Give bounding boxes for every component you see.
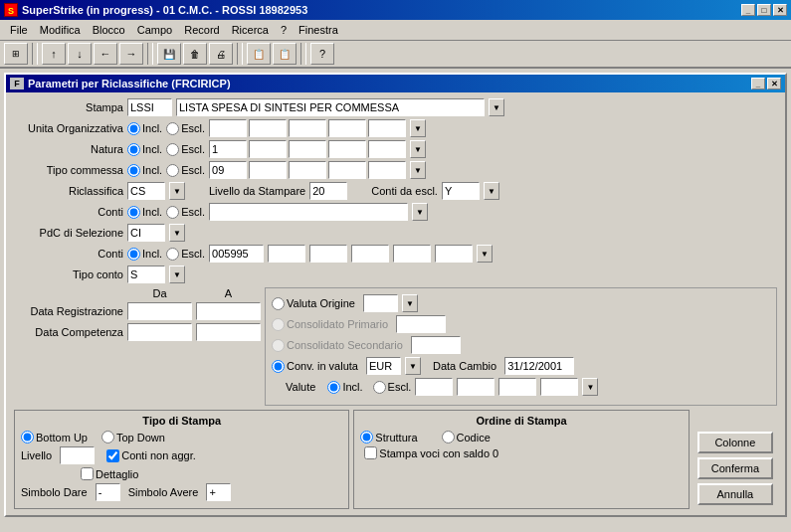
menu-help[interactable]: ? [275, 22, 293, 38]
toolbar-delete-btn[interactable]: 🗑 [183, 43, 207, 65]
bottom-up-label[interactable]: Bottom Up [21, 431, 88, 443]
conti1-dropdown-btn[interactable]: ▼ [412, 203, 428, 221]
struttura-radio[interactable] [360, 431, 373, 443]
conti-non-aggr-checkbox[interactable] [106, 449, 119, 462]
tipo-dropdown-btn[interactable]: ▼ [410, 161, 426, 179]
dettaglio-checkbox[interactable] [81, 467, 94, 480]
consolidato-prim-radio-label[interactable]: Consolidato Primario [272, 318, 388, 331]
valute-val3[interactable] [498, 378, 536, 396]
menu-ricerca[interactable]: Ricerca [226, 22, 275, 38]
unita-incl-radio-label[interactable]: Incl. [127, 122, 162, 135]
annulla-button[interactable]: Annulla [697, 483, 773, 505]
natura-incl-radio[interactable] [127, 143, 140, 156]
conti1-incl-label[interactable]: Incl. [127, 206, 162, 219]
natura-escl-radio-label[interactable]: Escl. [166, 143, 205, 156]
stampa-voci-label[interactable]: Stampa voci con saldo 0 [364, 446, 498, 459]
conti1-escl-label[interactable]: Escl. [166, 206, 205, 219]
simbolo-avere-input[interactable] [206, 483, 231, 501]
data-reg-a-input[interactable] [196, 302, 261, 320]
menu-campo[interactable]: Campo [131, 22, 178, 38]
dialog-min-btn[interactable]: _ [751, 78, 765, 89]
natura-escl-radio[interactable] [166, 143, 179, 156]
toolbar-next-btn[interactable]: → [119, 43, 143, 65]
conti1-escl-radio[interactable] [166, 206, 179, 219]
riclassifica-dropdown-btn[interactable]: ▼ [169, 182, 185, 200]
stampa-desc-input[interactable] [176, 98, 485, 116]
valute-val2[interactable] [457, 378, 494, 396]
toolbar-copy-btn[interactable]: 📋 [247, 43, 271, 65]
natura-val5[interactable] [368, 140, 406, 158]
conti2-incl-radio[interactable] [127, 248, 140, 261]
valute-incl-label[interactable]: Incl. [327, 381, 362, 394]
unita-escl-radio-label[interactable]: Escl. [166, 122, 205, 135]
tipo-incl-radio-label[interactable]: Incl. [127, 164, 162, 177]
pdc-dropdown-btn[interactable]: ▼ [169, 224, 185, 242]
natura-incl-radio-label[interactable]: Incl. [127, 143, 162, 156]
tipo-val3[interactable] [289, 161, 326, 179]
valuta-origine-radio-label[interactable]: Valuta Origine [272, 297, 355, 310]
valuta-origine-dropdown[interactable]: ▼ [402, 294, 418, 312]
unita-incl-radio[interactable] [127, 122, 140, 135]
conti2-val4[interactable] [351, 245, 389, 263]
data-comp-da-input[interactable] [127, 323, 192, 341]
conti1-incl-radio[interactable] [127, 206, 140, 219]
toolbar-print-btn[interactable]: 🖨 [209, 43, 233, 65]
data-cambio-input[interactable] [504, 357, 574, 375]
riclassifica-input[interactable] [127, 182, 165, 200]
stampa-voci-checkbox[interactable] [364, 446, 377, 459]
toolbar-help-btn[interactable]: ? [310, 43, 334, 65]
natura-val1[interactable] [209, 140, 247, 158]
valuta-origine-input[interactable] [363, 294, 398, 312]
codice-radio[interactable] [442, 431, 455, 443]
tipo-escl-radio-label[interactable]: Escl. [166, 164, 205, 177]
data-reg-da-input[interactable] [127, 302, 192, 320]
consolidato-prim-radio[interactable] [272, 318, 285, 331]
menu-finestra[interactable]: Finestra [293, 22, 344, 38]
conti1-input[interactable] [209, 203, 408, 221]
valute-escl-radio[interactable] [373, 381, 386, 394]
conti2-val3[interactable] [309, 245, 347, 263]
toolbar-paste-btn[interactable]: 📋 [273, 43, 297, 65]
top-down-label[interactable]: Top Down [101, 431, 165, 443]
maximize-btn[interactable]: □ [757, 4, 771, 16]
menu-record[interactable]: Record [178, 22, 225, 38]
data-comp-a-input[interactable] [196, 323, 261, 341]
conti2-val5[interactable] [393, 245, 431, 263]
natura-dropdown-btn[interactable]: ▼ [410, 140, 426, 158]
tipo-incl-radio[interactable] [127, 164, 140, 177]
livello2-input[interactable] [60, 446, 95, 464]
unita-val2[interactable] [249, 119, 287, 137]
bottom-up-radio[interactable] [21, 431, 34, 443]
conti2-escl-radio[interactable] [166, 248, 179, 261]
conv-valuta-radio[interactable] [272, 360, 285, 373]
conti2-incl-label[interactable]: Incl. [127, 248, 162, 261]
tipo-val5[interactable] [368, 161, 406, 179]
unita-val1[interactable] [209, 119, 247, 137]
consolidato-sec-radio[interactable] [272, 339, 285, 352]
valuta-origine-radio[interactable] [272, 297, 285, 310]
unita-val3[interactable] [289, 119, 326, 137]
tipo-conto-input[interactable] [127, 266, 165, 283]
conv-valuta-dropdown[interactable]: ▼ [405, 357, 421, 375]
valute-val4[interactable] [540, 378, 578, 396]
dettaglio-label[interactable]: Dettaglio [81, 467, 138, 480]
conti2-val6[interactable] [435, 245, 473, 263]
toolbar-prev-btn[interactable]: ← [94, 43, 117, 65]
close-btn[interactable]: ✕ [773, 4, 787, 16]
tipo-conto-dropdown-btn[interactable]: ▼ [169, 266, 185, 283]
stampa-dropdown-btn[interactable]: ▼ [489, 98, 504, 116]
struttura-label[interactable]: Struttura [360, 431, 417, 443]
tipo-val1[interactable] [209, 161, 247, 179]
toolbar-up-btn[interactable]: ↑ [42, 43, 66, 65]
conti-escl-dropdown-btn[interactable]: ▼ [484, 182, 499, 200]
toolbar-down-btn[interactable]: ↓ [68, 43, 92, 65]
conv-valuta-input[interactable] [366, 357, 401, 375]
tipo-val2[interactable] [249, 161, 287, 179]
conti-non-aggr-label[interactable]: Conti non aggr. [106, 449, 196, 462]
conti2-val2[interactable] [268, 245, 305, 263]
valute-dropdown[interactable]: ▼ [582, 378, 598, 396]
unita-val5[interactable] [368, 119, 406, 137]
tipo-escl-radio[interactable] [166, 164, 179, 177]
colonne-button[interactable]: Colonne [697, 432, 773, 453]
natura-val4[interactable] [328, 140, 366, 158]
